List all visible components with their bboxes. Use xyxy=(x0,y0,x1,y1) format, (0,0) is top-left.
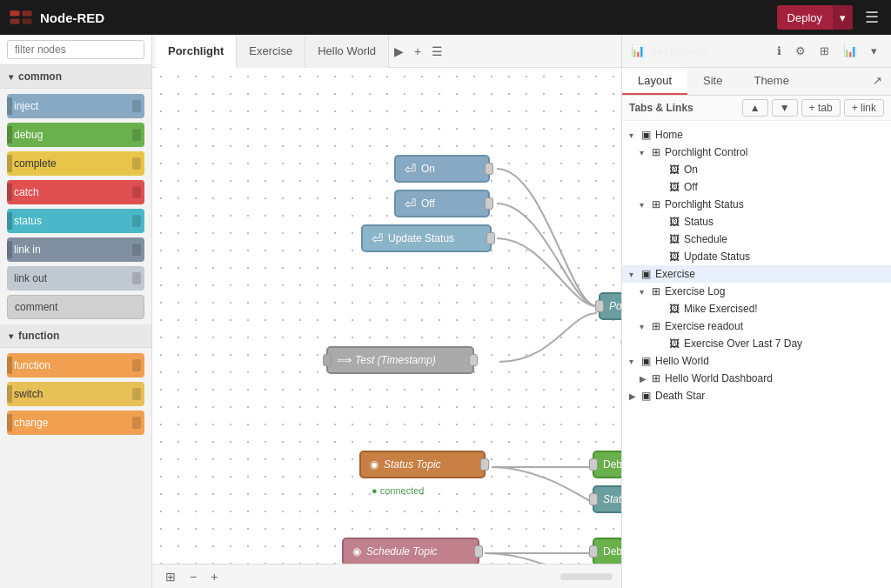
connected-status-1: ● connected xyxy=(620,325,621,346)
deploy-button[interactable]: Deploy ▾ xyxy=(777,5,853,30)
tree-item-hello-world[interactable]: ▾ ▣ Hello World xyxy=(622,352,891,370)
port-left xyxy=(323,354,332,366)
tab-theme[interactable]: Theme xyxy=(738,68,804,95)
tab-site[interactable]: Site xyxy=(687,68,738,95)
tree-item-stat-status[interactable]: 🖼 Status xyxy=(622,213,891,231)
section-function-label: function xyxy=(18,330,59,342)
tree-label-stat-update: Update Status xyxy=(684,251,891,263)
port-right xyxy=(132,417,141,429)
node-function[interactable]: function xyxy=(7,353,144,378)
grid-button[interactable]: ⊞ xyxy=(814,42,834,60)
node-comment[interactable]: comment xyxy=(7,295,144,319)
widget-icon: 🖼 xyxy=(669,164,680,176)
tab-porchlight[interactable]: Porchlight xyxy=(156,35,237,68)
node-schedule-topic[interactable]: ◉ Schedule Topic xyxy=(342,538,479,564)
tree-item-stat-schedule[interactable]: 🖼 Schedule xyxy=(622,231,891,248)
node-porchlight-client[interactable]: Porchlight client 📢 xyxy=(599,292,621,320)
tab-add-button[interactable]: + xyxy=(409,41,426,62)
arrow-icon: ⟹ xyxy=(337,354,352,366)
node-catch[interactable]: catch xyxy=(7,180,144,204)
node-debug-1[interactable]: Debug ☰ xyxy=(593,451,621,478)
tree-move-up-button[interactable]: ▲ xyxy=(742,99,768,117)
tree-add-link-button[interactable]: + link xyxy=(844,99,884,117)
zoom-out-button[interactable]: − xyxy=(185,568,201,585)
tab-icon: ▣ xyxy=(641,268,651,280)
chevron-down-icon-fn: ▾ xyxy=(9,331,13,341)
chart-button[interactable]: 📊 xyxy=(838,42,862,60)
node-debug-label: debug xyxy=(14,129,43,141)
tree-item-death-star[interactable]: ▶ ▣ Death Star xyxy=(622,387,891,404)
tree-item-ctrl-on[interactable]: 🖼 On xyxy=(622,161,891,178)
tab-scroll-right[interactable]: ▶ xyxy=(389,41,409,62)
tab-icon: ▣ xyxy=(641,129,651,141)
tabs-links-label: Tabs & Links xyxy=(629,102,693,114)
fit-view-button[interactable]: ⊞ xyxy=(161,568,180,585)
tree-item-porchlight-control[interactable]: ▾ ⊞ Porchlight Control xyxy=(622,144,891,161)
section-common[interactable]: ▾ common xyxy=(0,65,151,89)
node-schedule-topic-label: Schedule Topic xyxy=(366,545,438,558)
node-update-status[interactable]: ⏎ Update Status xyxy=(361,224,492,252)
tree-add-tab-button[interactable]: + tab xyxy=(801,99,841,117)
more-button[interactable]: ▾ xyxy=(866,42,882,60)
tree-item-stat-update[interactable]: 🖼 Update Status xyxy=(622,248,891,265)
port-left xyxy=(589,545,598,558)
node-inject[interactable]: inject xyxy=(7,94,144,118)
tree-item-exercise-log[interactable]: ▾ ⊞ Exercise Log xyxy=(622,283,891,300)
canvas-scrollbar[interactable] xyxy=(560,573,613,580)
tree-move-down-button[interactable]: ▼ xyxy=(772,99,798,117)
expand-icon: ▶ xyxy=(629,391,641,401)
tab-exercise[interactable]: Exercise xyxy=(237,35,305,68)
node-complete[interactable]: complete xyxy=(7,151,144,176)
tree-item-exercise-7day[interactable]: 🖼 Exercise Over Last 7 Day xyxy=(622,335,891,352)
node-link-out[interactable]: link out xyxy=(7,266,144,291)
tab-layout[interactable]: Layout xyxy=(622,68,687,95)
flow-canvas[interactable]: ⏎ On ⏎ Off ⏎ Update Status Porchlight cl… xyxy=(152,68,621,564)
node-debug[interactable]: debug xyxy=(7,123,144,147)
node-change[interactable]: change xyxy=(7,411,144,435)
tab-external-link[interactable]: ↗ xyxy=(864,68,891,95)
node-test-timestamp[interactable]: ⟹ Test (Timestamp) xyxy=(326,346,474,374)
tree-item-exercise-readout[interactable]: ▾ ⊞ Exercise readout xyxy=(622,317,891,335)
expand-icon: ▶ xyxy=(640,374,652,384)
port-right xyxy=(485,197,493,210)
tree-label-exercise: Exercise xyxy=(655,268,891,280)
port-right xyxy=(480,458,489,471)
tree-item-porchlight-status[interactable]: ▾ ⊞ Porchlight Status xyxy=(622,196,891,213)
node-debug-2[interactable]: Debug ☰ xyxy=(593,538,621,564)
expand-icon: ▾ xyxy=(629,357,641,366)
hamburger-button[interactable]: ☰ xyxy=(861,4,882,30)
panel-title: 📊 dashboard xyxy=(631,44,707,57)
tab-site-label: Site xyxy=(703,74,722,87)
tab-menu-button[interactable]: ☰ xyxy=(426,41,448,62)
zoom-in-button[interactable]: + xyxy=(206,568,222,585)
node-link-in[interactable]: link in xyxy=(7,237,144,262)
node-status-topic[interactable]: ◉ Status Topic xyxy=(359,451,486,478)
panel-actions: ℹ ⚙ ⊞ 📊 ▾ xyxy=(772,42,882,60)
node-off[interactable]: ⏎ Off xyxy=(394,190,490,217)
common-nodes-list: inject debug complete catch status xyxy=(0,89,151,324)
node-status[interactable]: status xyxy=(7,209,144,233)
filter-nodes-input[interactable] xyxy=(7,40,144,59)
app-name: Node-RED xyxy=(40,10,104,25)
tree-item-exercise[interactable]: ▾ ▣ Exercise xyxy=(622,265,891,283)
node-palette: ▾ common inject debug complete catch xyxy=(0,35,152,588)
tree-item-home[interactable]: ▾ ▣ Home xyxy=(622,126,891,144)
tab-hello-world[interactable]: Hello World xyxy=(305,35,389,68)
deploy-arrow-icon[interactable]: ▾ xyxy=(833,5,853,30)
chart-icon: 📊 xyxy=(631,44,645,57)
section-function[interactable]: ▾ function xyxy=(0,324,151,348)
port-left xyxy=(7,414,12,431)
tree-item-mike-exercised[interactable]: 🖼 Mike Exercised! xyxy=(622,300,891,317)
node-switch[interactable]: switch xyxy=(7,382,144,406)
tree-item-hw-dashboard[interactable]: ▶ ⊞ Hello World Dashboard xyxy=(622,370,891,387)
node-change-label: change xyxy=(14,417,48,429)
port-right xyxy=(132,100,141,112)
widget-icon: 🖼 xyxy=(669,233,680,245)
tree-item-ctrl-off[interactable]: 🖼 Off xyxy=(622,178,891,196)
info-button[interactable]: ℹ xyxy=(772,42,787,60)
node-status-abc[interactable]: Status abc xyxy=(593,485,621,513)
node-on[interactable]: ⏎ On xyxy=(394,155,490,183)
inject-icon: ⏎ xyxy=(405,161,416,177)
settings-button[interactable]: ⚙ xyxy=(790,42,811,60)
tab-layout-label: Layout xyxy=(638,74,672,87)
